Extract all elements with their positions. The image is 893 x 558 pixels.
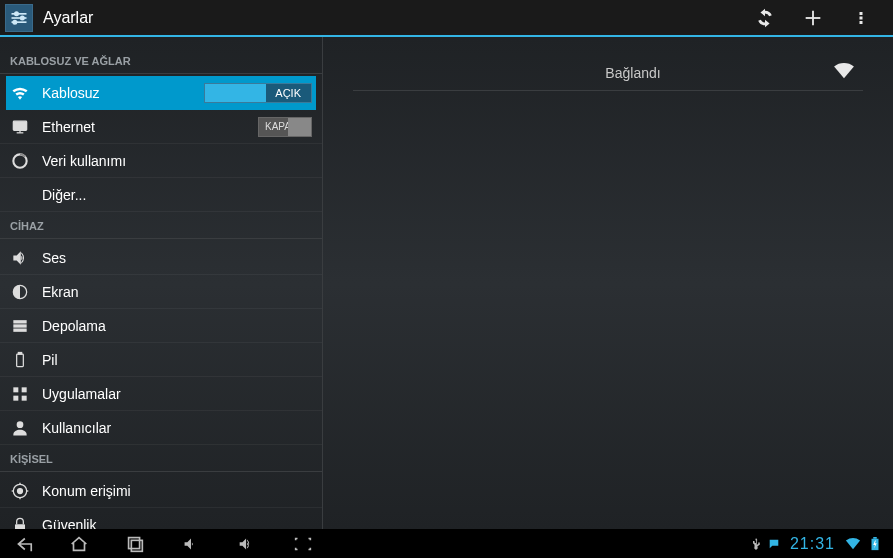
storage-icon — [10, 316, 30, 336]
users-icon — [10, 418, 30, 438]
ethernet-toggle[interactable]: KAPALI — [258, 117, 312, 137]
wifi-status-icon — [845, 537, 861, 551]
display-icon — [10, 282, 30, 302]
sidebar-item-data-usage[interactable]: Veri kullanımı — [0, 144, 322, 178]
wifi-signal-icon — [833, 62, 855, 83]
battery-icon — [10, 350, 30, 370]
sidebar-item-display[interactable]: Ekran — [0, 275, 322, 309]
sidebar-item-label: Depolama — [42, 318, 312, 334]
svg-rect-34 — [131, 540, 142, 551]
svg-rect-17 — [13, 324, 26, 327]
usb-icon — [750, 538, 762, 550]
volume-down-button[interactable] — [178, 533, 204, 555]
volume-up-button[interactable] — [234, 533, 260, 555]
sidebar-item-label: Ses — [42, 250, 312, 266]
sidebar-item-battery[interactable]: Pil — [0, 343, 322, 377]
sidebar-item-label: Ekran — [42, 284, 312, 300]
wifi-toggle[interactable]: AÇIK — [204, 83, 312, 103]
sidebar-item-label: Kullanıcılar — [42, 420, 312, 436]
add-button[interactable] — [789, 0, 837, 36]
plus-icon — [802, 7, 824, 29]
svg-rect-24 — [22, 395, 27, 400]
svg-rect-36 — [873, 537, 877, 539]
sidebar-item-location[interactable]: Konum erişimi — [0, 474, 322, 508]
sidebar-item-more[interactable]: Diğer... — [0, 178, 322, 212]
section-header-device: CİHAZ — [0, 212, 322, 238]
section-header-wireless: KABLOSUZ VE AĞLAR — [0, 47, 322, 73]
home-button[interactable] — [66, 533, 92, 555]
sidebar-item-sound[interactable]: Ses — [0, 241, 322, 275]
svg-point-1 — [15, 12, 18, 15]
status-clock: 21:31 — [790, 535, 835, 553]
sidebar-item-label: Kablosuz — [42, 85, 204, 101]
sidebar-item-users[interactable]: Kullanıcılar — [0, 411, 322, 445]
section-header-personal: KİŞİSEL — [0, 445, 322, 471]
svg-rect-8 — [860, 12, 863, 15]
apps-icon — [10, 384, 30, 404]
ethernet-icon — [10, 117, 30, 137]
sound-icon — [10, 248, 30, 268]
svg-rect-22 — [22, 387, 27, 392]
refresh-button[interactable] — [741, 0, 789, 36]
location-icon — [10, 481, 30, 501]
sidebar-item-label: Konum erişimi — [42, 483, 312, 499]
detail-pane: Bağlandı — [323, 37, 893, 529]
svg-rect-9 — [860, 16, 863, 19]
wifi-network-row[interactable]: Bağlandı — [353, 55, 863, 91]
refresh-icon — [754, 7, 776, 29]
screenshot-button[interactable] — [290, 533, 316, 555]
overflow-button[interactable] — [837, 0, 885, 36]
svg-rect-32 — [15, 524, 25, 529]
sidebar-item-label: Uygulamalar — [42, 386, 312, 402]
svg-point-25 — [17, 421, 24, 428]
chat-icon — [768, 538, 780, 550]
sidebar-item-ethernet[interactable]: Ethernet KAPALI — [0, 110, 322, 144]
sidebar-item-label: Ethernet — [42, 119, 258, 135]
svg-rect-33 — [129, 537, 140, 548]
sidebar-item-wifi[interactable]: Kablosuz AÇIK — [6, 76, 316, 110]
svg-point-26 — [18, 488, 23, 493]
svg-rect-21 — [13, 387, 18, 392]
svg-rect-23 — [13, 395, 18, 400]
data-usage-icon — [10, 151, 30, 171]
svg-rect-18 — [13, 328, 26, 331]
wifi-icon — [10, 83, 30, 103]
svg-point-5 — [13, 20, 16, 23]
battery-status-icon — [867, 537, 883, 551]
page-title: Ayarlar — [43, 9, 741, 27]
svg-rect-10 — [860, 21, 863, 24]
system-nav-bar: 21:31 — [0, 529, 893, 558]
app-icon — [5, 4, 33, 32]
sidebar-item-label: Pil — [42, 352, 312, 368]
overflow-icon — [852, 8, 870, 28]
sidebar-item-label: Diğer... — [42, 187, 312, 203]
sidebar-item-label: Güvenlik — [42, 517, 312, 529]
lock-icon — [10, 515, 30, 529]
svg-rect-11 — [13, 121, 26, 130]
svg-rect-16 — [13, 320, 26, 323]
sidebar-item-label: Veri kullanımı — [42, 153, 312, 169]
wifi-status-label: Bağlandı — [353, 65, 833, 81]
sidebar-item-security[interactable]: Güvenlik — [0, 508, 322, 529]
sidebar-item-apps[interactable]: Uygulamalar — [0, 377, 322, 411]
settings-sidebar[interactable]: KABLOSUZ VE AĞLAR Kablosuz AÇIK Ethernet… — [0, 37, 323, 529]
svg-rect-19 — [17, 354, 24, 367]
sidebar-item-storage[interactable]: Depolama — [0, 309, 322, 343]
recent-apps-button[interactable] — [122, 533, 148, 555]
svg-rect-20 — [18, 352, 21, 354]
svg-point-3 — [21, 16, 24, 19]
back-button[interactable] — [10, 533, 36, 555]
